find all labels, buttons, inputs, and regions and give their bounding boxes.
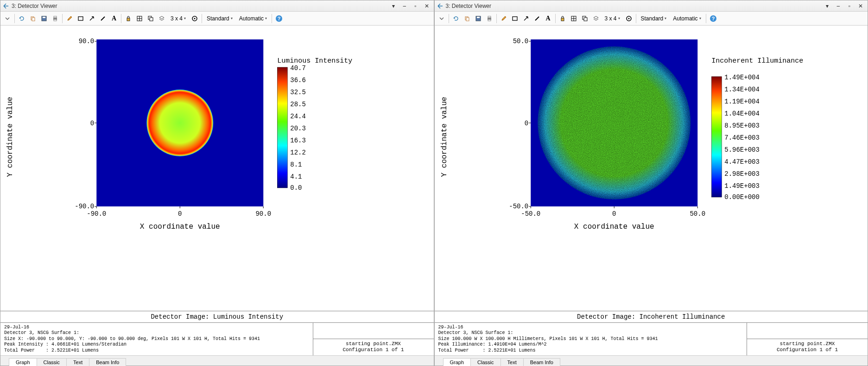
svg-text:0.00E+000: 0.00E+000 xyxy=(724,193,760,201)
grid-size-dropdown[interactable]: 3 x 4▾ xyxy=(168,13,189,24)
separator xyxy=(449,14,449,23)
automatic-dropdown[interactable]: Automatic▾ xyxy=(670,13,703,24)
standard-dropdown[interactable]: Standard▾ xyxy=(638,13,670,24)
plot-area[interactable]: 50.0 0 -50.0 -50.0 0 50.0 Incoherent Ill… xyxy=(463,35,859,244)
tab-classic[interactable]: Classic xyxy=(470,358,501,366)
rectangle-icon[interactable] xyxy=(76,13,86,24)
svg-rect-8 xyxy=(127,18,130,21)
colorbar-ticks: 1.49E+004 1.34E+004 1.19E+004 1.04E+004 … xyxy=(724,74,760,201)
layers-icon[interactable] xyxy=(157,13,167,24)
target-icon[interactable] xyxy=(624,13,634,24)
svg-text:?: ? xyxy=(278,16,281,21)
close-button[interactable]: ✕ xyxy=(422,2,432,10)
save-icon[interactable] xyxy=(473,13,483,24)
svg-rect-6 xyxy=(54,19,57,21)
lock-icon[interactable] xyxy=(123,13,133,24)
grid-size-dropdown[interactable]: 3 x 4▾ xyxy=(602,13,623,24)
svg-rect-13 xyxy=(150,18,153,21)
print-icon[interactable] xyxy=(50,13,60,24)
colorbar xyxy=(711,77,722,197)
help-icon[interactable]: ? xyxy=(274,13,284,24)
tab-text[interactable]: Text xyxy=(501,358,524,366)
svg-text:0.0: 0.0 xyxy=(290,184,302,192)
minimize-button[interactable]: ‒ xyxy=(833,2,843,10)
svg-rect-5 xyxy=(54,16,57,18)
separator xyxy=(121,14,121,23)
separator xyxy=(706,14,706,23)
automatic-dropdown[interactable]: Automatic▾ xyxy=(236,13,270,24)
window-split-icon[interactable] xyxy=(134,13,145,24)
dropdown-button[interactable]: ▾ xyxy=(388,2,399,10)
line-icon[interactable] xyxy=(98,13,108,24)
save-icon[interactable] xyxy=(39,13,49,24)
arrow-icon[interactable] xyxy=(87,13,97,24)
chevron-down-icon[interactable] xyxy=(2,13,13,24)
tab-classic[interactable]: Classic xyxy=(37,358,67,366)
svg-rect-38 xyxy=(477,17,480,18)
info-text: 29-Jul-16 Detector 3, NSCG Surface 1: Si… xyxy=(0,323,313,356)
heatmap-spot xyxy=(146,90,213,156)
svg-text:12.2: 12.2 xyxy=(290,149,306,156)
separator xyxy=(555,14,556,23)
separator xyxy=(496,14,497,23)
tab-graph[interactable]: Graph xyxy=(9,358,37,366)
colorbar-title: Incoherent Illuminance xyxy=(711,57,803,65)
x-axis-label: X coordinate value xyxy=(140,223,220,231)
separator xyxy=(202,14,202,23)
maximize-button[interactable]: ▫ xyxy=(411,2,421,10)
close-button[interactable]: ✕ xyxy=(855,2,866,10)
x-tick: 0 xyxy=(612,210,616,218)
minimize-button[interactable]: ‒ xyxy=(399,2,410,10)
layers-icon[interactable] xyxy=(591,13,601,24)
config-text: starting point.ZMX Configuration 1 of 1 xyxy=(313,339,434,356)
y-tick: 50.0 xyxy=(513,38,528,45)
bottom-tabs: Graph Classic Text Beam Info xyxy=(435,355,868,366)
svg-rect-42 xyxy=(513,17,517,20)
window-buttons: ▾ ‒ ▫ ✕ xyxy=(822,2,866,10)
tab-beam-info[interactable]: Beam Info xyxy=(523,358,560,366)
tab-graph[interactable]: Graph xyxy=(443,358,471,366)
lock-icon[interactable] xyxy=(558,13,568,24)
x-tick: -50.0 xyxy=(521,210,540,218)
titlebar: 3: Detector Viewer ▾ ‒ ▫ ✕ xyxy=(435,0,868,12)
print-icon[interactable] xyxy=(484,13,494,24)
svg-text:4.47E+003: 4.47E+003 xyxy=(724,158,760,166)
maximize-button[interactable]: ▫ xyxy=(844,2,855,10)
y-tick: 0 xyxy=(90,120,94,127)
svg-text:8.95E+003: 8.95E+003 xyxy=(724,122,760,129)
copy-icon[interactable] xyxy=(462,13,472,24)
svg-rect-43 xyxy=(561,18,564,21)
chevron-down-icon: ▾ xyxy=(618,16,620,20)
arrow-icon[interactable] xyxy=(521,13,531,24)
window-title: 3: Detector Viewer xyxy=(12,3,388,9)
tab-beam-info[interactable]: Beam Info xyxy=(89,358,126,366)
titlebar: 3: Detector Viewer ▾ ‒ ▫ ✕ xyxy=(0,0,434,12)
svg-text:?: ? xyxy=(711,16,715,21)
y-tick: -90.0 xyxy=(75,203,94,210)
text-icon[interactable]: A xyxy=(109,13,119,24)
cascade-icon[interactable] xyxy=(146,13,156,24)
svg-point-15 xyxy=(194,18,196,19)
dropdown-button[interactable]: ▾ xyxy=(822,2,832,10)
plot-area[interactable]: 90.0 0 -90.0 -90.0 0 90.0 Luminous Inten… xyxy=(28,35,424,244)
separator xyxy=(14,14,15,23)
refresh-icon[interactable] xyxy=(451,13,461,24)
text-icon[interactable]: A xyxy=(543,13,553,24)
pencil-icon[interactable] xyxy=(499,13,509,24)
target-icon[interactable] xyxy=(190,13,200,24)
cascade-icon[interactable] xyxy=(580,13,590,24)
tab-text[interactable]: Text xyxy=(66,358,89,366)
standard-dropdown[interactable]: Standard▾ xyxy=(204,13,235,24)
svg-rect-7 xyxy=(78,17,83,20)
bottom-tabs: Graph Classic Text Beam Info xyxy=(0,355,434,366)
plot-content: Y coordinate value xyxy=(0,26,434,311)
copy-icon[interactable] xyxy=(28,13,38,24)
chevron-down-icon: ▾ xyxy=(699,16,701,20)
line-icon[interactable] xyxy=(532,13,542,24)
refresh-icon[interactable] xyxy=(17,13,27,24)
rectangle-icon[interactable] xyxy=(510,13,520,24)
pencil-icon[interactable] xyxy=(64,13,75,24)
window-split-icon[interactable] xyxy=(569,13,579,24)
help-icon[interactable]: ? xyxy=(708,13,718,24)
chevron-down-icon[interactable] xyxy=(437,13,447,24)
